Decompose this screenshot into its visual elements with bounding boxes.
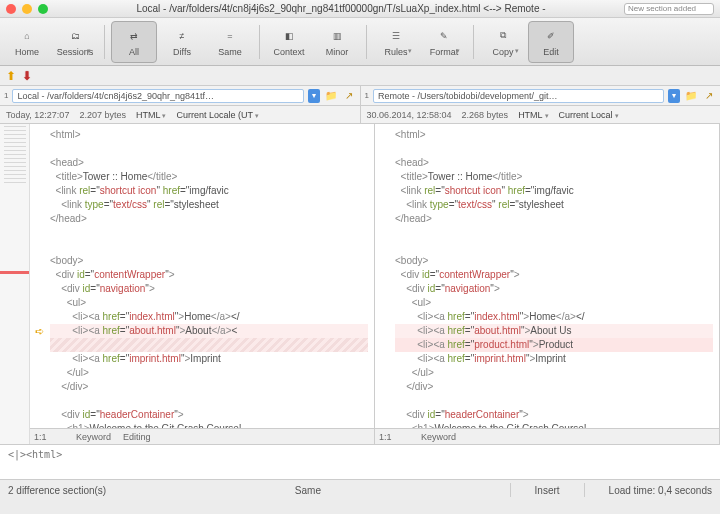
status-keyword: Keyword [76,432,111,442]
path-left: 1 Local - /var/folders/4t/cn8j4j6s2_90qh… [0,86,361,105]
open-folder-icon[interactable]: 📁 [324,89,338,103]
zoom-icon[interactable] [38,4,48,14]
code-line[interactable]: <link rel="shortcut icon" href="img/favi… [50,184,368,198]
code-line[interactable]: <link type="text/css" rel="stylesheet [50,198,368,212]
code-left[interactable]: <html> <head> <title>Tower :: Home</titl… [30,124,374,428]
code-line[interactable]: <title>Tower :: Home</title> [395,170,713,184]
minor-icon: ▥ [328,27,346,45]
code-line[interactable]: </head> [50,212,368,226]
code-line[interactable]: <head> [50,156,368,170]
path-right: 1 Remote - /Users/tobidobi/development/_… [361,86,721,105]
cursor-pos: 1:1 [379,432,409,442]
file-info-bar: Today, 12:27:07 2.207 bytes HTML Current… [0,106,720,124]
edit-mode: Insert [535,485,560,496]
toolbar-sessions-button[interactable]: 🗂Sessions [52,21,98,63]
code-line[interactable]: </ul> [50,366,368,380]
overview-gutter[interactable] [0,124,30,444]
code-line[interactable]: </div> [50,380,368,394]
code-line[interactable]: <li><a href="imprint.html">Imprint [395,352,713,366]
toolbar-minor-button[interactable]: ▥Minor [314,21,360,63]
filetype-select[interactable]: HTML [136,110,166,120]
page-number: 1 [365,91,369,100]
toolbar-label: Edit [543,47,559,57]
code-line[interactable]: <div id="navigation"> [50,282,368,296]
toolbar-context-button[interactable]: ◧Context [266,21,312,63]
code-line[interactable] [395,226,713,240]
toolbar-all-button[interactable]: ⇄All [111,21,157,63]
code-line[interactable] [50,338,368,352]
diffs-icon: ≠ [173,27,191,45]
toolbar-format-button[interactable]: ✎Format [421,21,467,63]
prev-diff-icon[interactable]: ⬆ [6,69,16,83]
filetype-select[interactable]: HTML [518,110,548,120]
toolbar-rules-button[interactable]: ☰Rules [373,21,419,63]
code-line[interactable]: <title>Tower :: Home</title> [50,170,368,184]
path-dropdown-icon[interactable]: ▾ [308,89,320,103]
code-line[interactable]: <div id="contentWrapper"> [395,268,713,282]
code-line[interactable]: <li><a href="about.html">About Us [395,324,713,338]
minimize-icon[interactable] [22,4,32,14]
encoding-select[interactable]: Current Local [559,110,619,120]
code-line[interactable]: <body> [395,254,713,268]
code-line[interactable]: <h1>Welcome to the Git Crash Course! [395,422,713,428]
close-icon[interactable] [6,4,16,14]
merge-arrow-icon[interactable]: ➪ [32,324,46,338]
toolbar-label: Minor [326,47,349,57]
code-line[interactable]: </head> [395,212,713,226]
code-line[interactable]: <li><a href="product.html">Product [395,338,713,352]
toolbar-home-button[interactable]: ⌂Home [4,21,50,63]
path-dropdown-icon[interactable]: ▾ [668,89,680,103]
code-line[interactable]: <ul> [50,296,368,310]
code-line[interactable] [50,226,368,240]
toolbar-edit-button[interactable]: ✐Edit [528,21,574,63]
code-line[interactable] [395,240,713,254]
local-path-field[interactable]: Local - /var/folders/4t/cn8j4j6s2_90qhr_… [12,89,303,103]
status-keyword: Keyword [421,432,456,442]
code-line[interactable]: <li><a href="index.html">Home</a></ [395,310,713,324]
toolbar-copy-button[interactable]: ⧉Copy [480,21,526,63]
code-right[interactable]: <html> <head> <title>Tower :: Home</titl… [375,124,719,428]
code-line[interactable]: <li><a href="about.html">About</a>< [50,324,368,338]
code-line[interactable]: <html> [395,128,713,142]
code-line[interactable]: <h1>Welcome to the Git Crash Course! [50,422,368,428]
code-line[interactable]: <html> [50,128,368,142]
code-line[interactable]: <li><a href="index.html">Home</a></ [50,310,368,324]
code-line[interactable]: </ul> [395,366,713,380]
code-line[interactable]: <div id="headerContainer"> [395,408,713,422]
left-pane: <html> <head> <title>Tower :: Home</titl… [30,124,375,444]
code-line[interactable]: </div> [395,380,713,394]
code-line[interactable]: <div id="contentWrapper"> [50,268,368,282]
code-line[interactable] [395,394,713,408]
remote-path-field[interactable]: Remote - /Users/tobidobi/development/_gi… [373,89,664,103]
code-line[interactable]: <body> [50,254,368,268]
code-line[interactable] [50,394,368,408]
code-line[interactable]: <ul> [395,296,713,310]
file-info-left: Today, 12:27:07 2.207 bytes HTML Current… [0,106,361,123]
window-title: Local - /var/folders/4t/cn8j4j6s2_90qhr_… [58,3,624,14]
status-mode: Editing [123,432,151,442]
toolbar-label: Home [15,47,39,57]
toolbar-same-button[interactable]: =Same [207,21,253,63]
code-line[interactable] [395,142,713,156]
code-line[interactable]: <li><a href="imprint.html">Imprint [50,352,368,366]
reveal-icon[interactable]: ↗ [342,89,356,103]
toolbar-label: Rules [384,47,407,57]
load-time: Load time: 0,4 seconds [609,485,712,496]
next-diff-icon[interactable]: ⬇ [22,69,32,83]
diff-count: 2 difference section(s) [8,485,106,496]
reveal-icon[interactable]: ↗ [702,89,716,103]
format-icon: ✎ [435,27,453,45]
code-line[interactable]: <link rel="shortcut icon" href="img/favi… [395,184,713,198]
open-folder-icon[interactable]: 📁 [684,89,698,103]
code-line[interactable]: <div id="headerContainer"> [50,408,368,422]
code-line[interactable] [50,240,368,254]
code-line[interactable]: <div id="navigation"> [395,282,713,296]
toolbar-label: Context [273,47,304,57]
code-line[interactable] [50,142,368,156]
search-input[interactable]: New section added [624,3,714,15]
code-line[interactable]: <link type="text/css" rel="stylesheet [395,198,713,212]
encoding-select[interactable]: Current Locale (UT [176,110,258,120]
status-same: Same [295,485,321,496]
code-line[interactable]: <head> [395,156,713,170]
toolbar-diffs-button[interactable]: ≠Diffs [159,21,205,63]
